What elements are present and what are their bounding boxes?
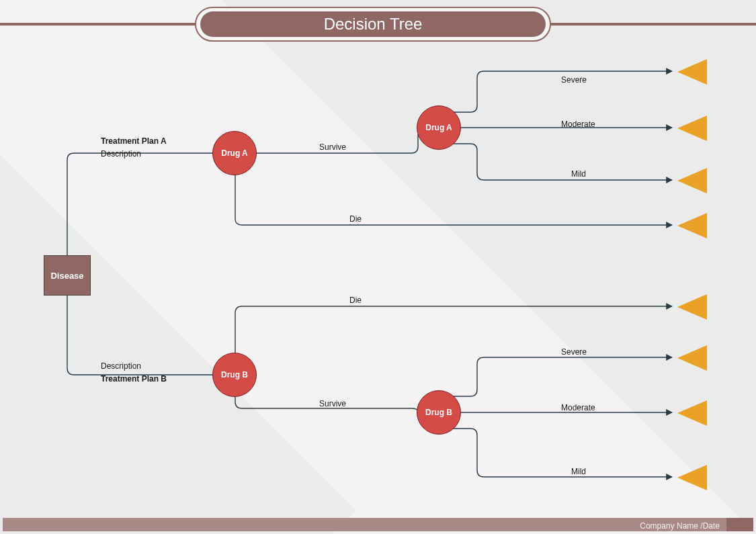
label-die-a: Die: [349, 214, 362, 224]
label-mild-a: Mild: [571, 169, 586, 179]
label-severe-b: Severe: [561, 347, 587, 357]
node-drug-a-outcome: Drug A: [417, 105, 461, 150]
footer-accent: [726, 518, 753, 531]
label-die-b: Die: [349, 296, 362, 305]
label-moderate-a: Moderate: [561, 120, 595, 129]
terminal-die-a: [677, 213, 707, 238]
terminal-severe-b: [677, 345, 707, 371]
footer-text: Company Name /Date: [640, 521, 720, 531]
label-mild-b: Mild: [571, 467, 586, 476]
terminal-mild-b: [677, 465, 707, 490]
label-description-a: Description: [101, 149, 141, 159]
label-treatment-plan-a: Treatment Plan A: [101, 136, 167, 146]
diagram-canvas: Decision Tree: [0, 0, 756, 534]
terminal-severe-a: [677, 59, 707, 85]
node-disease: Disease: [44, 255, 91, 296]
terminal-die-b: [677, 294, 707, 320]
terminal-mild-a: [677, 168, 707, 193]
terminal-moderate-b: [677, 400, 707, 426]
page-title: Decision Tree: [200, 11, 546, 37]
label-survive-a: Survive: [319, 142, 346, 152]
terminal-moderate-a: [677, 116, 707, 141]
label-severe-a: Severe: [561, 75, 587, 85]
node-drug-b-outcome: Drug B: [417, 390, 461, 435]
label-moderate-b: Moderate: [561, 403, 595, 412]
label-survive-b: Survive: [319, 399, 346, 408]
node-drug-b: Drug B: [212, 353, 257, 397]
label-description-b: Description: [101, 361, 141, 371]
node-drug-a: Drug A: [212, 131, 257, 175]
label-treatment-plan-b: Treatment Plan B: [101, 374, 167, 384]
